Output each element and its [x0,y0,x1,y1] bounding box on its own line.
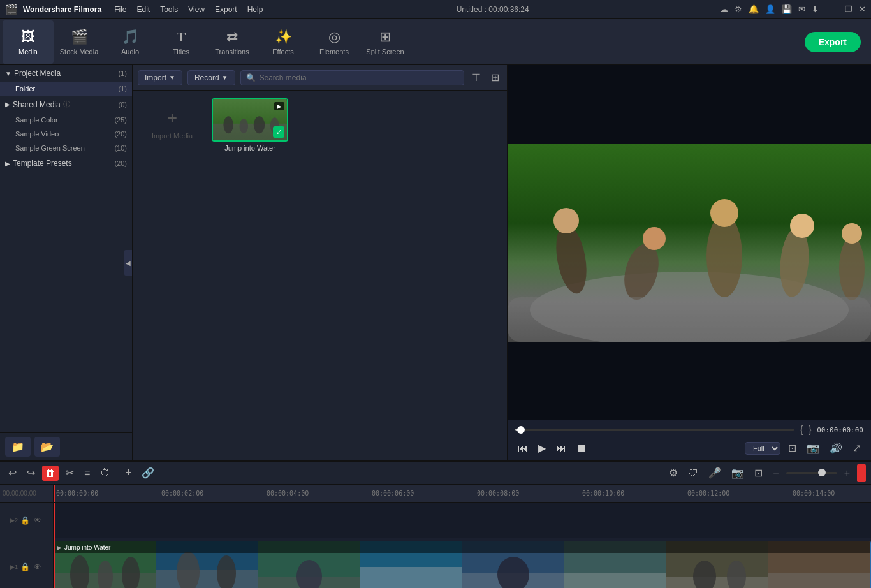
ruler-mark-4: 00:00:04:00 [267,490,372,497]
new-folder-btn[interactable]: 📁 [5,437,31,457]
elements-icon: ◎ [328,29,340,45]
export-button[interactable]: Export [805,32,861,52]
menu-export[interactable]: Export [212,5,240,14]
left-panel-item-sample-green-screen[interactable]: Sample Green Screen (10) [0,141,132,155]
media-content: + Import Media [133,91,507,460]
empty-track-2[interactable] [54,503,871,538]
minimize-btn[interactable]: — [830,4,838,14]
toolbar-split-screen[interactable]: ⊞ Split Screen [360,20,411,64]
track-label-1: ▶1 🔒 👁 [0,538,54,588]
snapshot-btn[interactable]: 📷 [804,439,822,457]
track-2-eye-icon[interactable]: 👁 [33,515,43,526]
section-project-media[interactable]: ▼ Project Media (1) [0,65,132,82]
track-1-lock-icon[interactable]: 🔒 [19,561,31,573]
record-button[interactable]: Record ▼ [187,70,235,85]
settings-icon[interactable]: ⚙ [735,4,742,14]
track-2-lock-icon[interactable]: 🔒 [19,515,31,526]
menu-view[interactable]: View [186,5,207,14]
toolbar-titles[interactable]: T Titles [156,20,207,64]
user-icon[interactable]: 👤 [765,4,775,14]
undo-btn[interactable]: ↩ [5,465,20,481]
import-button[interactable]: Import ▼ [138,70,182,85]
app-name: Wondershare Filmora [23,5,101,14]
left-panel-item-sample-video[interactable]: Sample Video (20) [0,127,132,141]
download-icon[interactable]: ⬇ [812,4,819,14]
timeline-tracks-area: ▶ Jump into Water [54,503,871,588]
render-btn[interactable]: ⚙ [666,465,681,481]
playhead-indicator[interactable] [857,464,866,482]
delete-btn[interactable]: 🗑 [42,466,59,481]
section-shared-media[interactable]: ▶ Shared Media ⓘ (0) [0,96,132,113]
svg-rect-32 [360,567,462,588]
menu-edit[interactable]: Edit [134,5,152,14]
toolbar-audio[interactable]: 🎵 Audio [105,20,156,64]
voiceover-btn[interactable]: 🎤 [705,465,724,481]
add-track-btn[interactable]: + [121,465,136,481]
message-icon[interactable]: ✉ [798,4,805,14]
timeline-snapshot-btn[interactable]: 📷 [728,465,747,481]
plus-icon: + [167,108,177,128]
ruler-mark-12: 00:00:12:00 [687,490,793,497]
clip-protect-btn[interactable]: 🛡 [685,466,701,481]
media-item-jump-into-water[interactable]: ▶ ✓ Jump into Water [212,98,288,152]
svg-rect-37 [564,573,666,588]
timeline-content: 00:00:00:00 ▶2 🔒 👁 ▶1 🔒 👁 [0,485,871,588]
filter-icon[interactable]: ⊤ [469,69,483,86]
folder-count: (1) [119,85,127,92]
left-panel-item-sample-color[interactable]: Sample Color (25) [0,113,132,127]
toolbar-media[interactable]: 🖼 Media [3,20,54,64]
volume-btn[interactable]: 🔊 [827,439,845,457]
view-toggle-icon[interactable]: ⊞ [488,69,502,86]
svg-point-11 [643,227,666,250]
collapse-panel-btn[interactable]: ◀ [124,250,132,276]
pip-btn[interactable]: ⊡ [751,465,766,481]
menu-tools[interactable]: Tools [157,5,180,14]
search-input[interactable] [260,73,458,82]
maximize-btn[interactable]: ❐ [845,4,853,14]
link-btn[interactable]: 🔗 [138,465,157,481]
video-clip-jump-into-water[interactable]: ▶ Jump into Water [54,541,871,588]
progress-bar[interactable] [515,429,794,431]
left-panel-item-folder[interactable]: Folder (1) [0,82,132,96]
bracket-right-icon: } [809,424,812,436]
zoom-in-btn[interactable]: + [841,466,853,481]
menu-file[interactable]: File [112,5,129,14]
prev-frame-btn[interactable]: ⏮ [515,440,531,457]
section-template-presets[interactable]: ▶ Template Presets (20) [0,155,132,172]
play-btn[interactable]: ▶ [536,439,548,457]
menu-help[interactable]: Help [245,5,266,14]
bracket-left-icon: { [800,424,803,436]
crop-speed-btn[interactable]: ⏱ [97,466,113,481]
toolbar-transitions[interactable]: ⇄ Transitions [207,20,258,64]
fullscreen-btn[interactable]: ⤢ [850,439,863,457]
cut-btn[interactable]: ✂ [62,465,77,481]
zoom-slider[interactable] [786,472,837,474]
audio-split-btn[interactable]: ≡ [81,466,93,481]
search-box[interactable]: 🔍 [240,70,464,85]
screen-fit-btn[interactable]: ⊡ [786,439,799,457]
sample-green-screen-label: Sample Green Screen [15,144,85,152]
zoom-handle[interactable] [818,469,826,476]
toolbar-effects[interactable]: ✨ Effects [258,20,309,64]
stop-btn[interactable]: ⏹ [574,440,589,457]
progress-handle[interactable] [517,426,525,434]
bell-icon[interactable]: 🔔 [749,4,759,14]
close-btn[interactable]: ✕ [859,4,866,14]
timeline-ruler[interactable]: 00:00:00:00 00:00:02:00 00:00:04:00 00:0… [54,485,871,503]
track-1-eye-icon[interactable]: 👁 [33,561,43,573]
svg-rect-39 [666,577,768,588]
cloud-icon[interactable]: ☁ [720,4,728,14]
save-icon[interactable]: 💾 [782,4,792,14]
import-media-placeholder[interactable]: + Import Media [140,98,204,149]
quality-select[interactable]: Full 1/2 1/4 [745,442,780,455]
sample-color-label: Sample Color [15,116,58,124]
toolbar-stock-media[interactable]: 🎬 Stock Media [54,20,105,64]
toolbar-audio-label: Audio [121,48,139,55]
toolbar-elements[interactable]: ◎ Elements [309,20,360,64]
zoom-out-btn[interactable]: − [770,466,782,481]
video-track-1[interactable]: ▶ Jump into Water [54,538,871,588]
import-folder-btn[interactable]: 📂 [34,437,60,457]
next-frame-btn[interactable]: ⏭ [553,440,569,457]
media-panel: Import ▼ Record ▼ 🔍 ⊤ ⊞ + Import Media [133,65,508,460]
redo-btn[interactable]: ↪ [24,465,38,481]
